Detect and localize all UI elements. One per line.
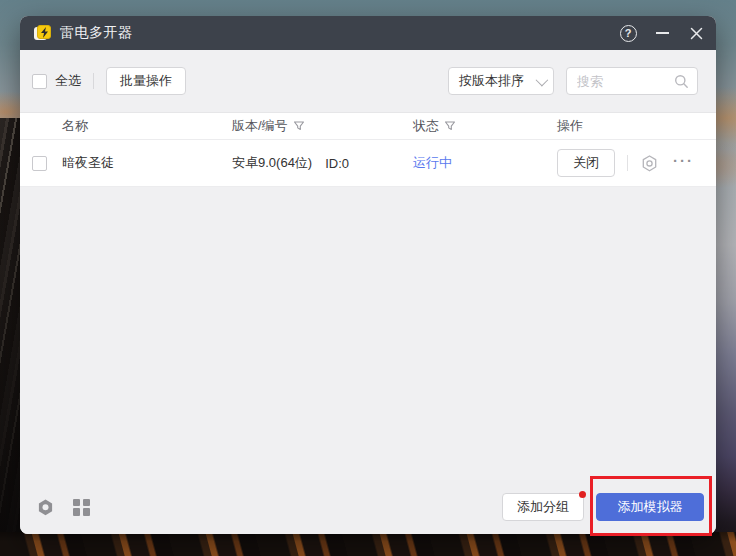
select-all-label: 全选 [55, 72, 81, 90]
filter-status-icon[interactable] [444, 120, 456, 132]
window-title: 雷电多开器 [60, 24, 133, 42]
help-icon: ? [620, 25, 637, 42]
close-instance-button[interactable]: 关闭 [557, 149, 615, 177]
filter-version-icon[interactable] [293, 120, 305, 132]
add-group-button[interactable]: 添加分组 [502, 493, 584, 521]
select-all-checkbox[interactable] [32, 74, 47, 89]
titlebar: 雷电多开器 ? [20, 16, 716, 50]
header-version: 版本/编号 [232, 117, 288, 135]
minimize-button[interactable] [652, 23, 672, 43]
close-button[interactable] [686, 23, 706, 43]
wallpaper-rocks-bottom [0, 532, 736, 556]
row-checkbox[interactable] [32, 156, 47, 171]
header-status: 状态 [413, 117, 439, 135]
sort-dropdown[interactable]: 按版本排序 [448, 67, 554, 95]
toolbar: 全选 批量操作 按版本排序 [20, 50, 716, 112]
add-emulator-button[interactable]: 添加模拟器 [596, 493, 704, 521]
more-actions-button[interactable]: ··· [673, 153, 694, 174]
minimize-icon [656, 32, 669, 34]
close-icon [690, 27, 703, 40]
search-input[interactable] [577, 74, 674, 89]
instance-list-empty-area [20, 187, 716, 480]
table-header: 名称 版本/编号 状态 操作 [20, 112, 716, 140]
instance-android-version: 安卓9.0(64位) [232, 154, 312, 172]
table-row[interactable]: 暗夜圣徒 安卓9.0(64位) ID:0 运行中 关闭 ··· [20, 140, 716, 187]
actions-divider [627, 155, 628, 171]
status-badge: 运行中 [413, 154, 452, 172]
ldplayer-multi-instance-window: 雷电多开器 ? 全选 批量操作 按版本排序 [20, 16, 716, 534]
header-name: 名称 [62, 117, 88, 135]
layout-grid-button[interactable] [72, 498, 91, 517]
search-icon [674, 74, 689, 89]
app-logo-icon [34, 25, 51, 41]
global-settings-button[interactable] [36, 498, 55, 517]
batch-operations-button[interactable]: 批量操作 [106, 67, 186, 95]
header-actions: 操作 [557, 117, 583, 135]
grid-icon [73, 499, 90, 516]
footer-bar: 添加分组 添加模拟器 [20, 480, 716, 534]
search-box [566, 67, 698, 95]
chevron-down-icon [536, 73, 549, 86]
help-button[interactable]: ? [618, 23, 638, 43]
notification-dot [579, 491, 586, 498]
gear-nut-icon [36, 498, 55, 517]
instance-settings-icon[interactable] [640, 154, 659, 173]
instance-name: 暗夜圣徒 [62, 154, 114, 172]
sort-dropdown-value: 按版本排序 [459, 72, 524, 90]
toolbar-divider [93, 73, 94, 89]
instance-id: ID:0 [325, 156, 349, 171]
lightning-bolt-icon [40, 27, 49, 38]
